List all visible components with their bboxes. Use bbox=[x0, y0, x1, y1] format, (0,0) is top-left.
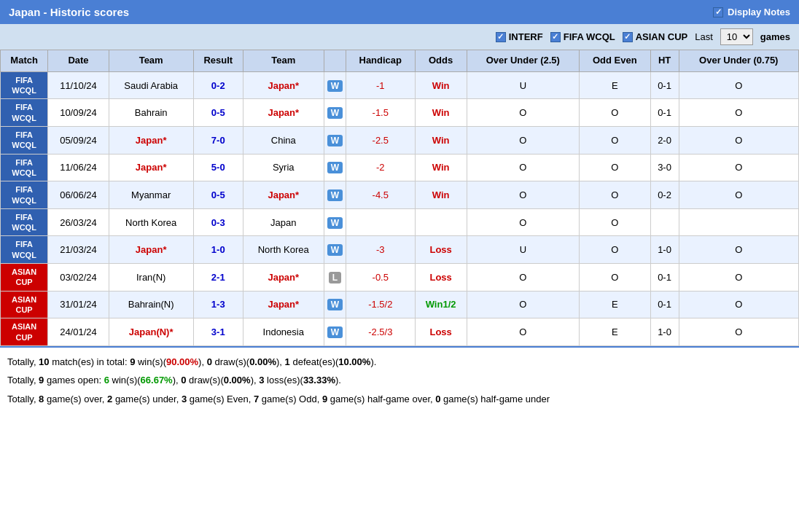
handicap-cell: -1.5/2 bbox=[346, 291, 415, 318]
match-type-cell: FIFA WCQL bbox=[1, 208, 48, 236]
result-cell[interactable]: 2-1 bbox=[193, 264, 243, 292]
date-cell: 26/03/24 bbox=[48, 208, 109, 236]
ht-cell: 1-0 bbox=[650, 236, 679, 264]
odd-even-cell: O bbox=[579, 208, 650, 236]
asian-cup-checkbox[interactable]: ✓ bbox=[623, 32, 633, 42]
over-under-075-cell: O bbox=[679, 181, 798, 209]
result-cell[interactable]: 5-0 bbox=[193, 154, 243, 181]
result-cell[interactable]: 3-1 bbox=[193, 318, 243, 346]
over-under-cell: U bbox=[467, 236, 579, 264]
odds-cell: Loss bbox=[415, 264, 467, 292]
display-notes-label: Display Notes bbox=[728, 7, 790, 17]
result-cell[interactable]: 1-0 bbox=[193, 236, 243, 264]
col-odds: Odds bbox=[415, 50, 467, 72]
ht-cell: 0-1 bbox=[650, 291, 679, 318]
over-under-cell: O bbox=[467, 291, 579, 318]
display-notes-wrapper: ✓ Display Notes bbox=[713, 7, 790, 17]
filter-bar: ✓ INTERF ✓ FIFA WCQL ✓ ASIAN CUP Last 10… bbox=[0, 24, 799, 50]
result-cell[interactable]: 0-5 bbox=[193, 99, 243, 127]
result-cell[interactable]: 7-0 bbox=[193, 127, 243, 154]
result-cell[interactable]: 0-3 bbox=[193, 208, 243, 236]
match-type-cell: FIFA WCQL bbox=[1, 99, 48, 127]
over-under-cell: U bbox=[467, 71, 579, 99]
scores-table: Match Date Team Result Team Handicap Odd… bbox=[0, 50, 799, 346]
wl-badge: W bbox=[324, 318, 346, 346]
over-under-075-cell: O bbox=[679, 99, 798, 127]
col-over-under-25: Over Under (2.5) bbox=[467, 50, 579, 72]
title-bar: Japan - Historic scores ✓ Display Notes bbox=[0, 0, 799, 24]
handicap-cell: -4.5 bbox=[346, 181, 415, 209]
fifa-wcql-checkbox[interactable]: ✓ bbox=[550, 32, 561, 42]
ht-cell bbox=[650, 208, 679, 236]
over-under-cell: O bbox=[467, 154, 579, 181]
team1-cell: Japan* bbox=[109, 154, 193, 181]
odds-cell: Win bbox=[415, 99, 467, 127]
wl-badge: W bbox=[324, 208, 346, 236]
col-odd-even: Odd Even bbox=[579, 50, 650, 72]
summary-section: Totally, 10 match(es) in total: 9 win(s)… bbox=[0, 346, 799, 415]
over-under-cell: O bbox=[467, 127, 579, 154]
result-cell[interactable]: 0-5 bbox=[193, 181, 243, 209]
over-under-075-cell: O bbox=[679, 291, 798, 318]
handicap-cell: -2.5/3 bbox=[346, 318, 415, 346]
col-over-under-075: Over Under (0.75) bbox=[679, 50, 798, 72]
handicap-cell: -2.5 bbox=[346, 127, 415, 154]
match-type-cell: ASIAN CUP bbox=[1, 264, 48, 292]
odd-even-cell: O bbox=[579, 127, 650, 154]
col-result: Result bbox=[193, 50, 243, 72]
table-row: FIFA WCQL11/10/24Saudi Arabia0-2Japan*W-… bbox=[1, 71, 799, 99]
team2-cell: Japan* bbox=[243, 264, 324, 292]
col-match: Match bbox=[1, 50, 48, 72]
team1-cell: Japan* bbox=[109, 236, 193, 264]
table-row: FIFA WCQL10/09/24Bahrain0-5Japan*W-1.5Wi… bbox=[1, 99, 799, 127]
table-header-row: Match Date Team Result Team Handicap Odd… bbox=[1, 50, 799, 72]
interf-checkbox[interactable]: ✓ bbox=[496, 32, 506, 42]
col-handicap: Handicap bbox=[346, 50, 415, 72]
odd-even-cell: E bbox=[579, 291, 650, 318]
odds-cell bbox=[415, 208, 467, 236]
handicap-cell bbox=[346, 208, 415, 236]
team1-cell: Japan* bbox=[109, 127, 193, 154]
team2-cell: North Korea bbox=[243, 236, 324, 264]
col-team2: Team bbox=[243, 50, 324, 72]
date-cell: 05/09/24 bbox=[48, 127, 109, 154]
table-row: FIFA WCQL11/06/24Japan*5-0SyriaW-2WinOO3… bbox=[1, 154, 799, 181]
handicap-cell: -2 bbox=[346, 154, 415, 181]
over-under-cell: O bbox=[467, 208, 579, 236]
date-cell: 24/01/24 bbox=[48, 318, 109, 346]
games-label: games bbox=[760, 31, 790, 42]
odds-cell: Loss bbox=[415, 318, 467, 346]
display-notes-checkbox[interactable]: ✓ bbox=[713, 7, 723, 17]
wl-badge: W bbox=[324, 236, 346, 264]
table-row: FIFA WCQL05/09/24Japan*7-0ChinaW-2.5WinO… bbox=[1, 127, 799, 154]
col-ht: HT bbox=[650, 50, 679, 72]
last-games-select[interactable]: 10 5 15 20 25 30 bbox=[720, 28, 753, 45]
over-under-075-cell bbox=[679, 208, 798, 236]
over-under-075-cell: O bbox=[679, 127, 798, 154]
summary-line-1: Totally, 10 match(es) in total: 9 win(s)… bbox=[7, 353, 792, 370]
table-row: FIFA WCQL06/06/24Myanmar0-5Japan*W-4.5Wi… bbox=[1, 181, 799, 209]
over-under-cell: O bbox=[467, 181, 579, 209]
ht-cell: 2-0 bbox=[650, 127, 679, 154]
table-row: ASIAN CUP31/01/24Bahrain(N)1-3Japan*W-1.… bbox=[1, 291, 799, 318]
filter-asian-cup[interactable]: ✓ ASIAN CUP bbox=[623, 31, 688, 42]
team2-cell: Syria bbox=[243, 154, 324, 181]
match-type-cell: ASIAN CUP bbox=[1, 291, 48, 318]
team1-cell: Myanmar bbox=[109, 181, 193, 209]
date-cell: 10/09/24 bbox=[48, 99, 109, 127]
match-type-cell: FIFA WCQL bbox=[1, 236, 48, 264]
filter-interf[interactable]: ✓ INTERF bbox=[496, 31, 543, 42]
result-cell[interactable]: 1-3 bbox=[193, 291, 243, 318]
result-cell[interactable]: 0-2 bbox=[193, 71, 243, 99]
match-type-cell: FIFA WCQL bbox=[1, 127, 48, 154]
team1-cell: Japan(N)* bbox=[109, 318, 193, 346]
wl-badge: W bbox=[324, 154, 346, 181]
last-label: Last bbox=[695, 31, 713, 42]
odds-cell: Win bbox=[415, 154, 467, 181]
ht-cell: 3-0 bbox=[650, 154, 679, 181]
handicap-cell: -1 bbox=[346, 71, 415, 99]
over-under-075-cell: O bbox=[679, 71, 798, 99]
filter-fifa-wcql[interactable]: ✓ FIFA WCQL bbox=[550, 31, 615, 42]
handicap-cell: -1.5 bbox=[346, 99, 415, 127]
over-under-cell: O bbox=[467, 264, 579, 292]
